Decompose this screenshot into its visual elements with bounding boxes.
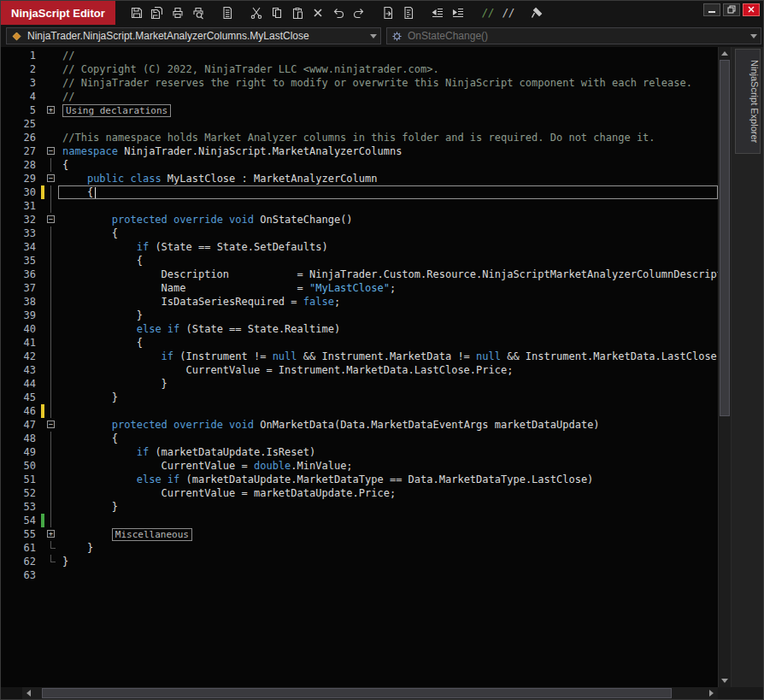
cut-icon[interactable] — [247, 3, 266, 22]
scroll-up-icon[interactable] — [719, 47, 731, 60]
compile-icon[interactable] — [527, 3, 546, 22]
code-line[interactable]: 25 — [1, 117, 718, 131]
code-line[interactable]: 31 — [1, 199, 718, 213]
code-line-text[interactable]: } — [58, 377, 718, 391]
horizontal-scroll-thumb[interactable] — [42, 688, 672, 698]
code-line[interactable]: 36 Description = NinjaTrader.Custom.Reso… — [1, 268, 718, 281]
ninjascript-explorer-tab[interactable]: NinjaScript Explorer — [735, 49, 761, 154]
code-line-text[interactable]: { — [58, 254, 718, 268]
code-line-text[interactable]: else if (State == State.Realtime) — [58, 322, 718, 336]
code-line-text[interactable]: } — [58, 309, 718, 322]
code-line-text[interactable]: } — [58, 555, 718, 568]
insert-template-icon[interactable] — [379, 3, 397, 22]
code-line-text[interactable]: CurrentValue = Instrument.MarketData.Las… — [58, 363, 718, 377]
scroll-left-icon[interactable] — [22, 687, 35, 699]
code-line[interactable]: 50 CurrentValue = double.MinValue; — [1, 459, 718, 473]
code-line[interactable]: 37 Name = "MyLastClose"; — [1, 281, 718, 295]
collapsed-region-box[interactable]: Using declarations — [62, 104, 171, 117]
code-line-text[interactable] — [58, 568, 718, 582]
code-line[interactable]: 41 { — [1, 336, 718, 350]
print-preview-icon[interactable] — [189, 3, 208, 22]
code-area[interactable]: 1//2// Copyright (C) 2022, NinjaTrader L… — [1, 47, 718, 687]
code-line[interactable]: 34 if (State == State.SetDefaults) — [1, 240, 718, 254]
code-line-text[interactable]: CurrentValue = marketDataUpdate.Price; — [58, 486, 718, 500]
member-selector-dropdown[interactable]: OnStateChange() — [386, 27, 761, 44]
horizontal-scroll-track[interactable] — [35, 687, 705, 699]
code-line[interactable]: 45 } — [1, 391, 718, 404]
code-line[interactable]: 40 else if (State == State.Realtime) — [1, 322, 718, 336]
code-line-text[interactable]: { — [58, 432, 718, 445]
collapse-region-icon[interactable]: − — [47, 147, 55, 155]
scroll-right-icon[interactable] — [705, 687, 718, 699]
current-code-line-text[interactable]: { — [58, 185, 718, 199]
code-line-text[interactable]: protected override void OnStateChange() — [58, 213, 718, 226]
code-line[interactable]: 27−namespace NinjaTrader.NinjaScript.Mar… — [1, 144, 718, 158]
code-line-text[interactable]: { — [58, 158, 718, 172]
code-line-text[interactable] — [58, 117, 718, 131]
code-line[interactable]: 2// Copyright (C) 2022, NinjaTrader LLC … — [1, 62, 718, 76]
code-line[interactable]: 42 if (Instrument != null && Instrument.… — [1, 350, 718, 363]
copy-icon[interactable] — [267, 3, 286, 22]
code-line[interactable]: 32− protected override void OnStateChang… — [1, 213, 718, 226]
print-icon[interactable] — [168, 3, 187, 22]
collapse-region-icon[interactable]: − — [47, 174, 55, 182]
code-line-text[interactable]: namespace NinjaTrader.NinjaScript.Market… — [58, 144, 718, 158]
vertical-scroll-track[interactable] — [719, 60, 731, 674]
comment-selection-icon[interactable]: // — [478, 3, 497, 22]
type-selector-dropdown[interactable]: NinjaTrader.NinjaScript.MarketAnalyzerCo… — [6, 27, 381, 44]
code-line-text[interactable]: else if (marketDataUpdate.MarketDataType… — [58, 473, 718, 486]
code-line[interactable]: 61 } — [1, 541, 718, 555]
code-line-text[interactable]: } — [58, 391, 718, 404]
code-line[interactable]: 55+ Miscellaneous — [1, 527, 718, 541]
close-button[interactable] — [743, 3, 760, 16]
redo-icon[interactable] — [350, 3, 368, 22]
code-line-text[interactable]: { — [58, 226, 718, 240]
expand-region-icon[interactable]: + — [47, 106, 55, 114]
code-line[interactable]: 39 } — [1, 309, 718, 322]
code-line[interactable]: 49 if (marketDataUpdate.IsReset) — [1, 445, 718, 459]
code-line[interactable]: 35 { — [1, 254, 718, 268]
collapsed-region-box[interactable]: Miscellaneous — [112, 528, 192, 541]
code-line[interactable]: 52 CurrentValue = marketDataUpdate.Price… — [1, 486, 718, 500]
code-line[interactable]: 3// NinjaTrader reserves the right to mo… — [1, 76, 718, 90]
code-line[interactable]: 44 } — [1, 377, 718, 391]
code-line-text[interactable] — [58, 514, 718, 527]
restore-button[interactable] — [723, 3, 740, 16]
code-line[interactable]: 26//This namespace holds Market Analyzer… — [1, 131, 718, 144]
code-line-text[interactable]: } — [58, 500, 718, 514]
increase-indent-icon[interactable] — [449, 3, 467, 22]
chevron-down-icon[interactable] — [747, 34, 761, 38]
decrease-indent-icon[interactable] — [428, 3, 447, 22]
code-line[interactable]: 4// — [1, 90, 718, 103]
code-line[interactable]: 33 { — [1, 226, 718, 240]
undo-icon[interactable] — [329, 3, 348, 22]
code-line-text[interactable]: Name = "MyLastClose"; — [58, 281, 718, 295]
delete-icon[interactable] — [309, 3, 327, 22]
code-line[interactable]: 1// — [1, 49, 718, 62]
page-setup-icon[interactable] — [218, 3, 237, 22]
code-line-text[interactable]: IsDataSeriesRequired = false; — [58, 295, 718, 309]
code-line[interactable]: 5+Using declarations — [1, 103, 718, 117]
expand-region-icon[interactable]: + — [47, 530, 55, 538]
code-line-text[interactable]: Using declarations — [58, 103, 718, 117]
code-line[interactable]: 30 { — [1, 185, 718, 199]
code-line[interactable]: 43 CurrentValue = Instrument.MarketData.… — [1, 363, 718, 377]
code-line-text[interactable]: // NinjaTrader reserves the right to mod… — [58, 76, 718, 90]
code-line[interactable]: 54 — [1, 514, 718, 527]
code-line-text[interactable]: Description = NinjaTrader.Custom.Resourc… — [58, 268, 718, 281]
code-line[interactable]: 62} — [1, 555, 718, 568]
code-line-text[interactable]: Miscellaneous — [58, 527, 718, 541]
code-line-text[interactable]: if (marketDataUpdate.IsReset) — [58, 445, 718, 459]
format-document-icon[interactable] — [399, 3, 418, 22]
minimize-button[interactable] — [703, 3, 720, 16]
code-line[interactable]: 38 IsDataSeriesRequired = false; — [1, 295, 718, 309]
scroll-down-icon[interactable] — [719, 674, 731, 687]
code-line[interactable]: 48 { — [1, 432, 718, 445]
save-icon[interactable] — [127, 3, 146, 22]
vertical-scroll-thumb[interactable] — [720, 60, 730, 416]
chevron-down-icon[interactable] — [367, 34, 380, 38]
code-line-text[interactable]: // Copyright (C) 2022, NinjaTrader LLC <… — [58, 62, 718, 76]
code-line-text[interactable]: // — [58, 90, 718, 103]
code-line[interactable]: 63 — [1, 568, 718, 582]
code-line-text[interactable]: // — [58, 49, 718, 62]
